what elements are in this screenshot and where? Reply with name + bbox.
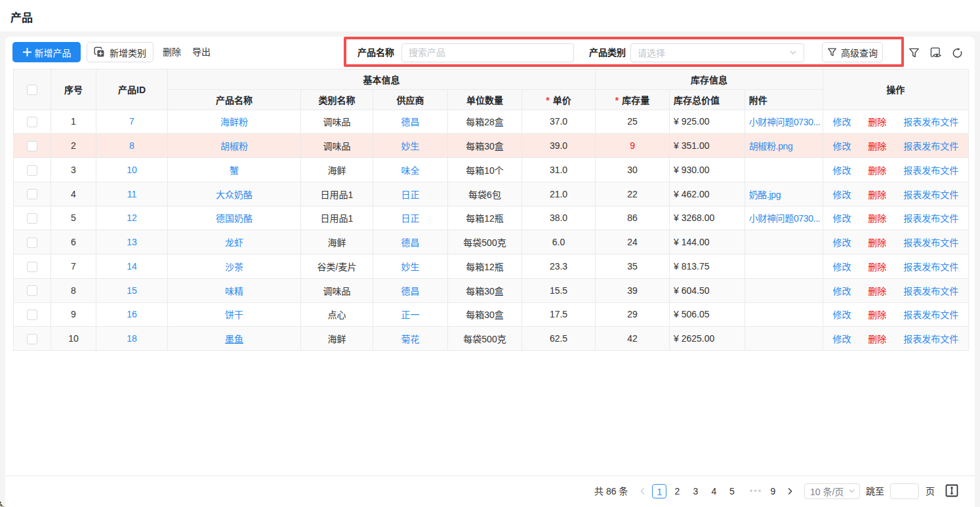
row-checkbox[interactable] [27, 213, 37, 224]
filter-icon[interactable] [909, 47, 920, 58]
supplier-link[interactable]: 德昌 [401, 286, 420, 296]
product-id-link[interactable]: 10 [127, 165, 137, 175]
product-name-link[interactable]: 沙茶 [225, 262, 243, 272]
row-checkbox[interactable] [27, 262, 37, 272]
header-product-name: 产品名称 [168, 89, 301, 110]
edit-link[interactable]: 修改 [832, 213, 851, 224]
pager-page-4[interactable]: 4 [707, 484, 722, 498]
delete-button[interactable]: 删除 [163, 42, 181, 62]
report-link[interactable]: 报表发布文件 [903, 237, 958, 248]
product-name-link[interactable]: 海鲜粉 [220, 117, 248, 127]
pager-page-3[interactable]: 3 [689, 484, 703, 498]
add-product-button[interactable]: 新增产品 [12, 42, 81, 62]
row-checkbox[interactable] [27, 310, 37, 320]
product-id-link[interactable]: 12 [127, 213, 137, 223]
product-name-input[interactable] [401, 43, 574, 62]
supplier-link[interactable]: 味全 [401, 165, 420, 176]
report-link[interactable]: 报表发布文件 [903, 310, 958, 320]
supplier-link[interactable]: 日正 [401, 213, 420, 224]
attachment-link[interactable]: 小财神问题0730... [749, 213, 821, 224]
report-link[interactable]: 报表发布文件 [903, 141, 958, 152]
edit-link[interactable]: 修改 [832, 237, 851, 248]
pager-page-1[interactable]: 1 [652, 484, 666, 498]
row-checkbox[interactable] [27, 285, 37, 296]
pager-prev-button[interactable] [636, 484, 650, 498]
pager-page-5[interactable]: 5 [725, 484, 739, 498]
product-id-link[interactable]: 7 [129, 116, 134, 127]
report-link[interactable]: 报表发布文件 [903, 165, 958, 176]
delete-link[interactable]: 删除 [868, 213, 886, 224]
delete-link[interactable]: 删除 [868, 165, 886, 176]
pager-page-2[interactable]: 2 [670, 484, 685, 498]
supplier-link[interactable]: 菊花 [401, 334, 420, 344]
row-checkbox[interactable] [27, 334, 37, 344]
select-all-checkbox[interactable] [27, 85, 37, 95]
supplier-link[interactable]: 妙生 [401, 141, 420, 152]
report-link[interactable]: 报表发布文件 [903, 213, 958, 224]
supplier-link[interactable]: 德昌 [401, 117, 420, 127]
supplier-link[interactable]: 正一 [401, 310, 420, 320]
edit-link[interactable]: 修改 [832, 190, 851, 200]
row-checkbox[interactable] [27, 141, 37, 152]
row-checkbox[interactable] [27, 165, 37, 176]
edit-link[interactable]: 修改 [832, 286, 851, 296]
report-link[interactable]: 报表发布文件 [903, 286, 958, 296]
edit-link[interactable]: 修改 [832, 262, 851, 272]
product-name-link[interactable]: 饼干 [225, 310, 243, 320]
product-name-link[interactable]: 墨鱼 [225, 334, 243, 344]
product-name-link[interactable]: 胡椒粉 [220, 141, 248, 152]
pager-page-9[interactable]: 9 [766, 484, 781, 498]
product-id-link[interactable]: 11 [127, 189, 137, 199]
delete-link[interactable]: 删除 [868, 262, 886, 272]
row-checkbox[interactable] [27, 189, 37, 199]
product-id-link[interactable]: 14 [127, 261, 137, 272]
report-link[interactable]: 报表发布文件 [903, 190, 958, 200]
product-id-link[interactable]: 18 [127, 333, 137, 344]
product-name-link[interactable]: 德国奶酪 [216, 213, 253, 224]
export-button[interactable]: 导出 [192, 42, 211, 62]
report-link[interactable]: 报表发布文件 [903, 334, 958, 344]
attachment-link[interactable]: 奶酪.jpg [749, 190, 781, 200]
advanced-query-button[interactable]: 高级查询 [822, 42, 883, 62]
product-name-link[interactable]: 味精 [225, 286, 243, 296]
delete-link[interactable]: 删除 [868, 286, 886, 296]
product-name-link[interactable]: 龙虾 [225, 237, 243, 248]
delete-link[interactable]: 删除 [868, 117, 886, 127]
edit-link[interactable]: 修改 [832, 334, 851, 344]
product-id-link[interactable]: 8 [129, 140, 134, 151]
product-name-link[interactable]: 大众奶酪 [216, 190, 253, 200]
pager-jump-input[interactable] [890, 483, 919, 499]
product-id-link[interactable]: 16 [127, 309, 137, 319]
product-category-select[interactable]: 请选择 [630, 43, 804, 62]
pager-next-button[interactable] [783, 484, 797, 498]
custom-column-icon[interactable] [930, 47, 941, 58]
delete-link[interactable]: 删除 [868, 334, 886, 344]
edit-link[interactable]: 修改 [832, 310, 851, 320]
delete-link[interactable]: 删除 [868, 310, 886, 320]
product-name-link[interactable]: 蟹 [230, 165, 239, 176]
edit-link[interactable]: 修改 [832, 141, 851, 152]
row-height-toggle-icon[interactable] [945, 484, 958, 497]
attachment-link[interactable]: 胡椒粉.png [749, 141, 793, 152]
product-id-link[interactable]: 15 [127, 285, 137, 296]
delete-link[interactable]: 删除 [868, 237, 886, 248]
supplier-link[interactable]: 日正 [401, 190, 420, 200]
pager-ellipsis[interactable]: ••• [746, 484, 766, 498]
edit-link[interactable]: 修改 [832, 117, 851, 127]
row-checkbox[interactable] [27, 117, 37, 127]
refresh-icon[interactable] [952, 47, 963, 58]
report-link[interactable]: 报表发布文件 [903, 117, 958, 127]
delete-link[interactable]: 删除 [868, 190, 886, 200]
page-size-select[interactable]: 10 条/页 [804, 483, 860, 499]
supplier-link[interactable]: 妙生 [401, 262, 420, 272]
attachment-link[interactable]: 小财神问题0730... [749, 117, 821, 127]
report-link[interactable]: 报表发布文件 [903, 262, 958, 272]
add-category-button[interactable]: 新增类别 [87, 42, 153, 62]
row-checkbox[interactable] [27, 237, 37, 248]
cell-actions: 修改 删除 报表发布文件 [823, 254, 968, 279]
edit-link[interactable]: 修改 [832, 165, 851, 176]
supplier-link[interactable]: 德昌 [401, 237, 420, 248]
delete-link[interactable]: 删除 [868, 141, 886, 152]
product-id-link[interactable]: 13 [127, 237, 137, 247]
cell-stock: 30 [596, 158, 670, 182]
